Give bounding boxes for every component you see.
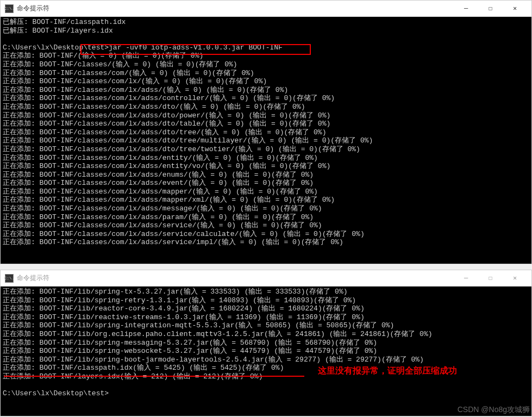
close-button-1[interactable]: ✕ [503, 1, 527, 16]
annotation-text: 这里没有报异常，证明全部压缩成功 [318, 365, 457, 377]
terminal-line: 正在添加: BOOT-INF/classes/com/lx/adss/dto/t… [3, 128, 529, 137]
terminal-line: 正在添加: BOOT-INF/lib/spring-boot-jarmode-l… [3, 356, 529, 364]
terminal-line: 正在添加: BOOT-INF/(输入 = 0) (输出 = 0)(存储了 0%) [3, 52, 529, 60]
terminal-line: 正在添加: BOOT-INF/classes/com/lx/adss/dto/t… [3, 136, 529, 145]
terminal-line: 正在添加: BOOT-INF/classes/com/lx/adss/entit… [3, 154, 529, 163]
terminal-line: 正在添加: BOOT-INF/lib/reactive-streams-1.0.… [3, 313, 529, 322]
terminal-line: 已解压: BOOT-INF/layers.idx [3, 27, 529, 35]
cmd-icon: C:\. [5, 4, 14, 13]
terminal-line: 已解压: BOOT-INF/classpath.idx [3, 18, 529, 27]
terminal-line: C:\Users\lx\Desktop\test> [3, 389, 529, 398]
window-title-1: 命令提示符 [17, 4, 454, 13]
terminal-line: 正在添加: BOOT-INF/classes/com/lx/adss/dto/(… [3, 103, 529, 111]
terminal-line: 正在添加: BOOT-INF/lib/reactor-core-3.4.9.ja… [3, 304, 529, 313]
terminal-line: 正在添加: BOOT-INF/classes/com/lx/adss/dto/p… [3, 111, 529, 120]
terminal-line: C:\Users\lx\Desktop\test>jar -uvf0 iotp-… [3, 43, 529, 52]
terminal-line: 正在添加: BOOT-INF/classes/com/lx/adss/entit… [3, 162, 529, 171]
terminal-line: 正在添加: BOOT-INF/classes/com/lx/adss/messa… [3, 204, 529, 213]
cmd-icon-2: C:\. [5, 274, 14, 283]
minimize-button-1[interactable]: ─ [454, 1, 478, 16]
terminal-line: 正在添加: BOOT-INF/classes/com/lx/adss/servi… [3, 230, 529, 239]
terminal-line: 正在添加: BOOT-INF/lib/org.eclipse.paho.clie… [3, 330, 529, 339]
terminal-line: 正在添加: BOOT-INF/classes/com/lx/adss/param… [3, 213, 529, 222]
watermark-text: CSDN @No8g攻城狮 [458, 405, 530, 415]
close-button-2[interactable]: ✕ [503, 271, 527, 286]
terminal-line: 正在添加: BOOT-INF/classes/com/lx/adss/servi… [3, 238, 529, 247]
terminal-line: 正在添加: BOOT-INF/lib/spring-websocket-5.3.… [3, 347, 529, 356]
terminal-line: 正在添加: BOOT-INF/classes/com/lx/adss/mappe… [3, 188, 529, 196]
maximize-button-1[interactable]: ☐ [478, 1, 503, 16]
terminal-line: 正在添加: BOOT-INF/classes/com/lx/adss/dto/t… [3, 145, 529, 154]
minimize-button-2[interactable]: ─ [454, 271, 478, 286]
titlebar-1[interactable]: C:\. 命令提示符 ─ ☐ ✕ [1, 1, 531, 17]
terminal-line: 正在添加: BOOT-INF/classes/(输入 = 0) (输出 = 0)… [3, 60, 529, 69]
terminal-line: 正在添加: BOOT-INF/lib/spring-tx-5.3.27.jar(… [3, 288, 529, 296]
terminal-line: 正在添加: BOOT-INF/classes/com/lx/(输入 = 0) (… [3, 77, 529, 86]
terminal-line: 正在添加: BOOT-INF/classes/com/lx/adss/enums… [3, 171, 529, 179]
terminal-line: 正在添加: BOOT-INF/lib/spring-messaging-5.3.… [3, 339, 529, 347]
terminal-line: 正在添加: BOOT-INF/lib/spring-integration-mq… [3, 321, 529, 330]
terminal-line: 正在添加: BOOT-INF/classes/com/(输入 = 0) (输出 … [3, 69, 529, 78]
titlebar-2[interactable]: C:\. 命令提示符 ─ ☐ ✕ [1, 270, 531, 287]
terminal-line [3, 381, 529, 390]
terminal-window-1: C:\. 命令提示符 ─ ☐ ✕ 已解压: BOOT-INF/classpath… [0, 0, 532, 264]
terminal-output-2[interactable]: 正在添加: BOOT-INF/lib/spring-tx-5.3.27.jar(… [1, 287, 531, 399]
terminal-line: 正在添加: BOOT-INF/classes/com/lx/adss/mappe… [3, 196, 529, 204]
terminal-line: 正在添加: BOOT-INF/classes/com/lx/adss/event… [3, 179, 529, 188]
maximize-button-2[interactable]: ☐ [478, 271, 503, 286]
terminal-output-1[interactable]: 已解压: BOOT-INF/classpath.idx已解压: BOOT-INF… [1, 17, 531, 248]
terminal-line: 正在添加: BOOT-INF/classes/com/lx/adss/contr… [3, 94, 529, 103]
terminal-line: 正在添加: BOOT-INF/classes/com/lx/adss/(输入 =… [3, 86, 529, 95]
window-title-2: 命令提示符 [17, 273, 454, 283]
window-controls-2: ─ ☐ ✕ [454, 271, 527, 286]
terminal-window-2: C:\. 命令提示符 ─ ☐ ✕ 正在添加: BOOT-INF/lib/spri… [0, 270, 532, 416]
highlight-underline [4, 376, 304, 377]
window-controls-1: ─ ☐ ✕ [454, 1, 527, 16]
terminal-line [3, 35, 529, 43]
terminal-line: 正在添加: BOOT-INF/classes/com/lx/adss/dto/t… [3, 120, 529, 128]
terminal-line: 正在添加: BOOT-INF/classes/com/lx/adss/servi… [3, 221, 529, 230]
terminal-line: 正在添加: BOOT-INF/lib/spring-retry-1.3.1.ja… [3, 296, 529, 305]
